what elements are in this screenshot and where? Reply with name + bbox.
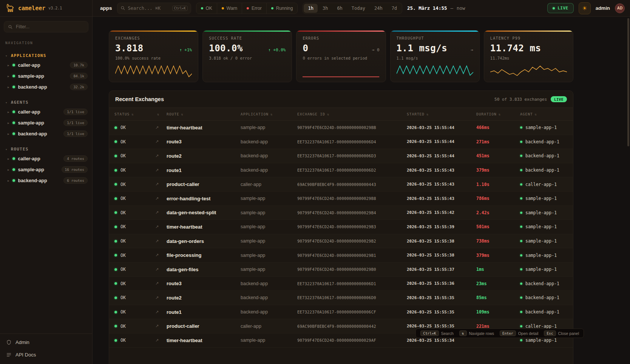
open-detail-link-icon[interactable]: ↗ — [155, 168, 167, 173]
sidebar-section-header[interactable]: ▾ ROUTES — [0, 145, 92, 153]
table-row[interactable]: OK ↗ route1 backend-app EE7322370A10617-… — [109, 305, 573, 319]
open-detail-link-icon[interactable]: ↗ — [155, 267, 167, 272]
stat-subtext: 0 errors in selected period — [303, 56, 379, 60]
sort-icon: ⇅ — [157, 112, 159, 116]
sidebar-item[interactable]: ▸ sample-app 84.1k — [0, 71, 92, 81]
sidebar-filter-input[interactable] — [16, 24, 84, 29]
sidebar-item[interactable]: ▸ backend-app 6 routes — [0, 175, 92, 186]
table-row[interactable]: OK ↗ product-caller caller-app 69AC90BF8… — [109, 177, 573, 192]
ok-status-dot — [114, 339, 117, 342]
live-toggle-button[interactable]: LIVE — [547, 3, 574, 13]
table-row[interactable]: OK ↗ route3 backend-app EE7322370A10617-… — [109, 277, 573, 291]
agent-status-dot — [520, 268, 522, 270]
sidebar-item-admin[interactable]: Admin — [0, 336, 92, 349]
open-detail-link-icon[interactable]: ↗ — [155, 125, 167, 130]
agent-status-dot — [520, 283, 522, 285]
time-range-button[interactable]: 6h — [333, 4, 346, 13]
status-filter-button[interactable]: Running — [266, 3, 298, 14]
open-detail-link-icon[interactable]: ↗ — [155, 154, 167, 158]
status-filter-button[interactable]: Error — [242, 3, 266, 14]
application-cell: sample-app — [241, 210, 297, 215]
brand: cameleer v3.2.1 — [0, 0, 92, 17]
table-row[interactable]: OK ↗ route1 backend-app EE7322370A10617-… — [109, 163, 573, 178]
agent-status-dot — [520, 155, 522, 157]
table-row[interactable]: OK ↗ route2 backend-app EE7322370A10617-… — [109, 291, 573, 305]
agent-label: caller-app-1 — [525, 182, 557, 187]
time-range-button[interactable]: 7d — [388, 4, 401, 13]
status-dot — [12, 168, 15, 171]
route-cell: route1 — [167, 309, 241, 315]
sidebar-item-label: backend-app — [18, 131, 47, 137]
time-range-group: 1h3h6hToday24h7d — [303, 3, 402, 14]
open-detail-link-icon[interactable]: ↗ — [155, 224, 167, 229]
column-header[interactable]: STARTED ⇅ — [407, 112, 476, 116]
avatar[interactable]: AD — [615, 3, 625, 13]
duration-cell: 501ms — [476, 224, 520, 229]
table-row[interactable]: OK ↗ route2 backend-app EE7322370A10617-… — [109, 149, 573, 163]
stat-label: ERRORS — [303, 36, 379, 40]
sidebar-filter[interactable] — [4, 21, 88, 32]
status-dot — [222, 7, 224, 9]
status-filter-button[interactable]: OK — [196, 3, 217, 14]
ok-status-dot — [114, 211, 117, 214]
table-row[interactable]: OK ↗ timer-heartbeat sample-app 90799F47… — [109, 220, 573, 234]
open-detail-link-icon[interactable]: ↗ — [155, 295, 167, 300]
sidebar-item-badge: 4 routes — [63, 155, 88, 162]
open-detail-link-icon[interactable]: ↗ — [155, 210, 167, 215]
time-range-button[interactable]: 1h — [304, 4, 317, 13]
table-row[interactable]: OK ↗ route3 backend-app EE7322370A10617-… — [109, 135, 573, 149]
open-detail-link-icon[interactable]: ↗ — [155, 310, 167, 315]
table-row[interactable]: OK ↗ data-gen-nested-split sample-app 90… — [109, 206, 573, 220]
status-filter-group: OK Warn Error Running — [196, 3, 298, 14]
column-header[interactable]: APPLICATION ⇅ — [241, 112, 297, 116]
column-header[interactable]: DURATION ⇅ — [476, 112, 520, 116]
column-header[interactable]: AGENT ⇅ — [520, 112, 573, 116]
sidebar-item[interactable]: ▸ sample-app 16 routes — [0, 164, 92, 175]
keyboard-hint: Enter Open detail — [500, 330, 538, 336]
open-detail-link-icon[interactable]: ↗ — [155, 338, 167, 343]
theme-toggle-button[interactable]: ☀ — [579, 2, 591, 14]
table-row[interactable]: OK ↗ error-handling-test sample-app 9079… — [109, 192, 573, 206]
open-detail-link-icon[interactable]: ↗ — [155, 139, 167, 144]
sidebar-item[interactable]: ▸ backend-app 32.2k — [0, 81, 92, 92]
sidebar-item[interactable]: ▸ sample-app 1/1 live — [0, 117, 92, 128]
column-header[interactable]: EXCHANGE ID ⇅ — [297, 112, 407, 116]
agent-label: backend-app-1 — [525, 309, 559, 315]
column-header[interactable]: ⇅ — [155, 112, 167, 116]
table-row[interactable]: OK ↗ timer-heartbeat sample-app 90799F47… — [109, 121, 573, 135]
column-header[interactable]: ROUTE ⇅ — [167, 112, 241, 116]
open-detail-link-icon[interactable]: ↗ — [155, 182, 167, 187]
sidebar-section-header[interactable]: ▾ AGENTS — [0, 98, 92, 106]
status-label: OK — [120, 338, 126, 343]
open-detail-link-icon[interactable]: ↗ — [155, 324, 167, 329]
open-detail-link-icon[interactable]: ↗ — [155, 239, 167, 244]
chevron-right-icon: ▸ — [8, 110, 9, 114]
sidebar-item[interactable]: ▸ caller-app 10.7k — [0, 60, 92, 71]
agent-status-dot — [520, 226, 522, 228]
sidebar-item[interactable]: ▸ caller-app 1/1 live — [0, 106, 92, 117]
sidebar-item-api-docs[interactable]: API Docs — [0, 349, 92, 361]
scrollbar-thumb[interactable] — [627, 18, 629, 146]
column-header[interactable]: STATUS ⇅ — [114, 112, 155, 116]
sidebar-item[interactable]: ▸ backend-app 1/1 live — [0, 128, 92, 139]
time-range-button[interactable]: 3h — [318, 4, 332, 13]
status-filter-button[interactable]: Warn — [217, 3, 242, 14]
time-range-button[interactable]: Today — [347, 4, 369, 13]
table-row[interactable]: OK ↗ file-processing sample-app 90799F47… — [109, 248, 573, 263]
sidebar-item[interactable]: ▸ caller-app 4 routes — [0, 153, 92, 164]
sidebar-section: ▾ APPLICATIONS ▸ caller-app 10.7k ▸ samp… — [0, 52, 92, 92]
time-range-button[interactable]: 24h — [370, 4, 387, 13]
table-row[interactable]: OK ↗ data-gen-files sample-app 90799F47E… — [109, 263, 573, 277]
duration-cell: 379ms — [476, 253, 520, 258]
global-search[interactable]: Ctrl+K — [117, 3, 191, 14]
open-detail-link-icon[interactable]: ↗ — [155, 196, 167, 201]
open-detail-link-icon[interactable]: ↗ — [155, 253, 167, 258]
open-detail-link-icon[interactable]: ↗ — [155, 281, 167, 286]
sidebar-section-header[interactable]: ▾ APPLICATIONS — [0, 52, 92, 60]
table-header: Recent Exchanges 50 of 3.833 exchanges L… — [109, 91, 573, 108]
exchange-count-label: 50 of 3.833 exchanges — [494, 97, 547, 102]
table-row[interactable]: OK ↗ data-gen-orders sample-app 90799F47… — [109, 234, 573, 249]
keyboard-hint: ⇅ Navigate rows — [459, 330, 494, 336]
search-input[interactable] — [128, 6, 170, 11]
hint-key: Ctrl+K — [420, 330, 439, 336]
